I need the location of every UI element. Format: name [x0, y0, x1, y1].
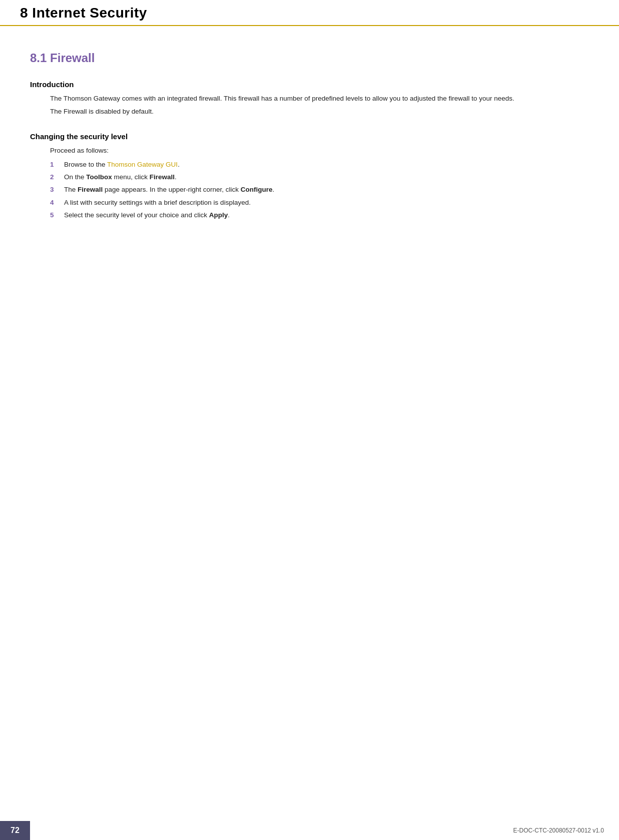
step-3: 3 The Firewall page appears. In the uppe…: [50, 185, 589, 195]
chapter-title: 8 Internet Security: [20, 5, 147, 21]
step-2: 2 On the Toolbox menu, click Firewall.: [50, 172, 589, 182]
main-content: 8.1 Firewall Introduction The Thomson Ga…: [0, 26, 619, 253]
step-1-text: Browse to the Thomson Gateway GUI.: [64, 160, 589, 170]
chapter-title-label: Internet Security: [32, 5, 147, 21]
step-3-bold-1: Firewall: [78, 186, 103, 193]
step-2-text: On the Toolbox menu, click Firewall.: [64, 172, 589, 182]
step-1: 1 Browse to the Thomson Gateway GUI.: [50, 160, 589, 170]
step-2-bold-1: Toolbox: [86, 173, 112, 181]
step-2-part-1: On the: [64, 173, 86, 181]
chapter-number: 8: [20, 5, 28, 21]
step-1-part-1: Browse to the: [64, 161, 107, 168]
document-id: E-DOC-CTC-20080527-0012 v1.0: [513, 827, 619, 834]
step-2-part-5: .: [175, 173, 177, 181]
introduction-paragraph-1: The Thomson Gateway comes with an integr…: [50, 94, 589, 104]
section-title: 8.1 Firewall: [30, 51, 589, 65]
page-number: 72: [0, 821, 30, 840]
step-3-number: 3: [50, 185, 64, 195]
steps-list: 1 Browse to the Thomson Gateway GUI. 2 O…: [50, 160, 589, 220]
step-4: 4 A list with security settings with a b…: [50, 198, 589, 208]
section-number: 8.1: [30, 51, 47, 65]
step-5-text: Select the security level of your choice…: [64, 210, 589, 220]
proceed-text: Proceed as follows:: [50, 146, 589, 156]
step-3-bold-2: Configure: [241, 186, 273, 193]
step-1-link: Thomson Gateway GUI: [107, 161, 178, 168]
step-2-part-3: menu, click: [112, 173, 150, 181]
step-5-part-1: Select the security level of your choice…: [64, 211, 209, 219]
page-footer: 72 E-DOC-CTC-20080527-0012 v1.0: [0, 821, 619, 840]
step-3-text: The Firewall page appears. In the upper-…: [64, 185, 589, 195]
step-3-part-1: The: [64, 186, 78, 193]
step-5: 5 Select the security level of your choi…: [50, 210, 589, 220]
section-title-label: Firewall: [50, 51, 95, 65]
step-4-number: 4: [50, 198, 64, 208]
step-4-text: A list with security settings with a bri…: [64, 198, 589, 208]
step-2-number: 2: [50, 172, 64, 182]
security-level-heading: Changing the security level: [30, 132, 589, 141]
step-1-number: 1: [50, 160, 64, 170]
step-4-part-1: A list with security settings with a bri…: [64, 199, 251, 206]
step-5-part-3: .: [228, 211, 230, 219]
introduction-heading: Introduction: [30, 80, 589, 89]
step-1-part-3: .: [178, 161, 180, 168]
step-5-number: 5: [50, 210, 64, 220]
page-header: 8 Internet Security: [0, 0, 619, 26]
step-2-bold-2: Firewall: [150, 173, 175, 181]
step-3-part-3: page appears. In the upper-right corner,…: [103, 186, 240, 193]
step-5-bold-1: Apply: [209, 211, 228, 219]
introduction-paragraph-2: The Firewall is disabled by default.: [50, 107, 589, 117]
step-3-part-5: .: [272, 186, 274, 193]
